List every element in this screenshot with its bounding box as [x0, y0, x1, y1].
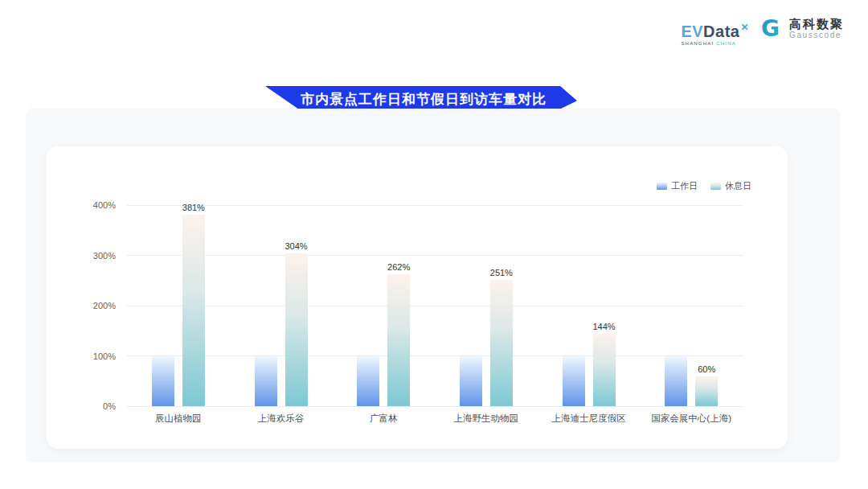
bar-workday — [152, 356, 174, 407]
gausscode-cn: 高科数聚 — [789, 17, 844, 31]
grid-line — [127, 355, 743, 356]
category-label: 上海迪士尼度假区 — [552, 413, 626, 425]
gausscode-en: Gausscode — [789, 31, 844, 40]
bar-workday — [563, 356, 585, 407]
bar-value-label: 304% — [285, 241, 307, 251]
legend-item-restday[interactable]: 休息日 — [710, 180, 751, 192]
evdata-x-icon: ✕ — [740, 22, 749, 33]
grid-line — [127, 205, 743, 206]
y-axis-tick-label: 400% — [93, 200, 116, 210]
category-label: 辰山植物园 — [155, 413, 202, 425]
bar-restday — [387, 274, 410, 406]
y-axis-tick-label: 200% — [93, 301, 116, 310]
category-label: 上海欢乐谷 — [258, 413, 305, 425]
evdata-logo: EVData✕ SHANGHAI CHINA — [681, 16, 749, 46]
bar-value-label: 251% — [490, 268, 513, 277]
y-axis-tick-label: 0% — [103, 401, 116, 411]
y-axis-tick-label: 100% — [93, 351, 116, 361]
chart-card: 工作日 休息日 0%100%200%300%400%381%辰山植物园304%上… — [47, 146, 788, 449]
bar-restday — [285, 253, 308, 406]
chart-legend: 工作日 休息日 — [657, 180, 751, 192]
legend-item-workday[interactable]: 工作日 — [657, 180, 698, 192]
bar-value-label: 60% — [698, 364, 715, 374]
svg-text:G: G — [761, 16, 780, 40]
page-title: 市内景点工作日和节假日到访车量对比 — [296, 90, 547, 109]
gausscode-logo: G 高科数聚 Gausscode — [760, 16, 844, 40]
legend-label-workday: 工作日 — [671, 180, 698, 192]
bar-value-label: 381% — [182, 203, 205, 212]
gausscode-text: 高科数聚 Gausscode — [789, 17, 844, 40]
bar-workday — [255, 356, 277, 407]
evdata-subtext: SHANGHAI CHINA — [681, 41, 749, 46]
evdata-ev-text: EV — [681, 23, 703, 40]
page: EVData✕ SHANGHAI CHINA G 高科数聚 Gausscode … — [0, 0, 868, 489]
category-label: 广富林 — [370, 413, 398, 425]
legend-label-restday: 休息日 — [725, 180, 751, 192]
header-logos: EVData✕ SHANGHAI CHINA G 高科数聚 Gausscode — [681, 16, 844, 46]
grid-line — [127, 406, 743, 407]
bar-restday — [490, 280, 513, 406]
category-label: 国家会展中心(上海) — [651, 413, 731, 425]
bar-workday — [665, 356, 687, 407]
legend-mark-restday — [710, 183, 721, 190]
bar-restday — [182, 215, 205, 406]
grid-line — [127, 255, 743, 256]
bar-restday — [593, 334, 616, 406]
gausscode-g-icon: G — [760, 16, 784, 40]
bar-value-label: 262% — [387, 262, 410, 272]
content-panel: 工作日 休息日 0%100%200%300%400%381%辰山植物园304%上… — [26, 109, 840, 462]
bar-restday — [695, 376, 718, 407]
bar-workday — [357, 356, 379, 407]
plot-area: 0%100%200%300%400%381%辰山植物园304%上海欢乐谷262%… — [127, 205, 743, 406]
category-label: 上海野生动物园 — [454, 413, 519, 425]
evdata-wordmark: EVData✕ — [681, 19, 749, 39]
y-axis-tick-label: 300% — [93, 251, 116, 261]
legend-mark-workday — [657, 183, 667, 190]
grid-line — [127, 306, 743, 306]
evdata-data-text: Data — [703, 23, 739, 40]
bar-value-label: 144% — [592, 322, 615, 331]
bar-workday — [460, 356, 482, 407]
